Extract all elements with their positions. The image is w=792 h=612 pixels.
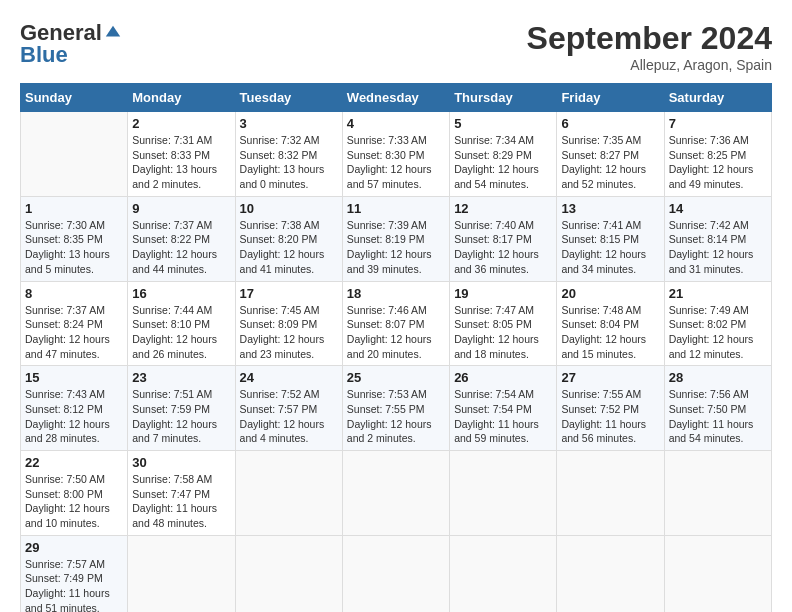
day-info: Sunrise: 7:46 AM Sunset: 8:07 PM Dayligh…	[347, 303, 445, 362]
day-info: Sunrise: 7:39 AM Sunset: 8:19 PM Dayligh…	[347, 218, 445, 277]
day-info: Sunrise: 7:50 AM Sunset: 8:00 PM Dayligh…	[25, 472, 123, 531]
calendar-cell: 9Sunrise: 7:37 AM Sunset: 8:22 PM Daylig…	[128, 196, 235, 281]
day-info: Sunrise: 7:45 AM Sunset: 8:09 PM Dayligh…	[240, 303, 338, 362]
day-info: Sunrise: 7:49 AM Sunset: 8:02 PM Dayligh…	[669, 303, 767, 362]
day-info: Sunrise: 7:37 AM Sunset: 8:22 PM Dayligh…	[132, 218, 230, 277]
calendar-cell: 1Sunrise: 7:30 AM Sunset: 8:35 PM Daylig…	[21, 196, 128, 281]
weekday-header: Monday	[128, 84, 235, 112]
day-number: 8	[25, 286, 123, 301]
calendar-cell: 6Sunrise: 7:35 AM Sunset: 8:27 PM Daylig…	[557, 112, 664, 197]
calendar-cell: 13Sunrise: 7:41 AM Sunset: 8:15 PM Dayli…	[557, 196, 664, 281]
day-number: 7	[669, 116, 767, 131]
weekday-header: Thursday	[450, 84, 557, 112]
calendar-header-row: SundayMondayTuesdayWednesdayThursdayFrid…	[21, 84, 772, 112]
calendar-cell: 24Sunrise: 7:52 AM Sunset: 7:57 PM Dayli…	[235, 366, 342, 451]
day-number: 6	[561, 116, 659, 131]
day-number: 21	[669, 286, 767, 301]
day-info: Sunrise: 7:48 AM Sunset: 8:04 PM Dayligh…	[561, 303, 659, 362]
calendar-cell: 25Sunrise: 7:53 AM Sunset: 7:55 PM Dayli…	[342, 366, 449, 451]
day-info: Sunrise: 7:30 AM Sunset: 8:35 PM Dayligh…	[25, 218, 123, 277]
calendar-cell	[235, 451, 342, 536]
calendar-cell: 19Sunrise: 7:47 AM Sunset: 8:05 PM Dayli…	[450, 281, 557, 366]
day-number: 30	[132, 455, 230, 470]
day-info: Sunrise: 7:51 AM Sunset: 7:59 PM Dayligh…	[132, 387, 230, 446]
calendar-cell	[21, 112, 128, 197]
day-info: Sunrise: 7:53 AM Sunset: 7:55 PM Dayligh…	[347, 387, 445, 446]
day-info: Sunrise: 7:31 AM Sunset: 8:33 PM Dayligh…	[132, 133, 230, 192]
day-number: 5	[454, 116, 552, 131]
day-info: Sunrise: 7:37 AM Sunset: 8:24 PM Dayligh…	[25, 303, 123, 362]
day-info: Sunrise: 7:36 AM Sunset: 8:25 PM Dayligh…	[669, 133, 767, 192]
svg-marker-0	[106, 26, 120, 37]
day-info: Sunrise: 7:54 AM Sunset: 7:54 PM Dayligh…	[454, 387, 552, 446]
calendar-cell: 12Sunrise: 7:40 AM Sunset: 8:17 PM Dayli…	[450, 196, 557, 281]
day-number: 27	[561, 370, 659, 385]
calendar-row: 8Sunrise: 7:37 AM Sunset: 8:24 PM Daylig…	[21, 281, 772, 366]
calendar-cell: 16Sunrise: 7:44 AM Sunset: 8:10 PM Dayli…	[128, 281, 235, 366]
calendar-cell	[450, 451, 557, 536]
day-info: Sunrise: 7:43 AM Sunset: 8:12 PM Dayligh…	[25, 387, 123, 446]
calendar-row: 1Sunrise: 7:30 AM Sunset: 8:35 PM Daylig…	[21, 196, 772, 281]
calendar-cell: 11Sunrise: 7:39 AM Sunset: 8:19 PM Dayli…	[342, 196, 449, 281]
day-number: 17	[240, 286, 338, 301]
day-number: 1	[25, 201, 123, 216]
calendar-cell	[557, 535, 664, 612]
page-header: General Blue September 2024 Allepuz, Ara…	[20, 20, 772, 73]
month-title: September 2024	[527, 20, 772, 57]
calendar-cell: 15Sunrise: 7:43 AM Sunset: 8:12 PM Dayli…	[21, 366, 128, 451]
calendar-row: 15Sunrise: 7:43 AM Sunset: 8:12 PM Dayli…	[21, 366, 772, 451]
day-number: 12	[454, 201, 552, 216]
calendar-row: 22Sunrise: 7:50 AM Sunset: 8:00 PM Dayli…	[21, 451, 772, 536]
day-number: 20	[561, 286, 659, 301]
day-info: Sunrise: 7:56 AM Sunset: 7:50 PM Dayligh…	[669, 387, 767, 446]
day-number: 28	[669, 370, 767, 385]
day-info: Sunrise: 7:40 AM Sunset: 8:17 PM Dayligh…	[454, 218, 552, 277]
day-info: Sunrise: 7:52 AM Sunset: 7:57 PM Dayligh…	[240, 387, 338, 446]
calendar-cell: 5Sunrise: 7:34 AM Sunset: 8:29 PM Daylig…	[450, 112, 557, 197]
day-number: 22	[25, 455, 123, 470]
calendar-cell: 10Sunrise: 7:38 AM Sunset: 8:20 PM Dayli…	[235, 196, 342, 281]
day-info: Sunrise: 7:44 AM Sunset: 8:10 PM Dayligh…	[132, 303, 230, 362]
calendar-cell	[664, 451, 771, 536]
calendar-cell: 14Sunrise: 7:42 AM Sunset: 8:14 PM Dayli…	[664, 196, 771, 281]
day-info: Sunrise: 7:35 AM Sunset: 8:27 PM Dayligh…	[561, 133, 659, 192]
weekday-header: Friday	[557, 84, 664, 112]
weekday-header: Saturday	[664, 84, 771, 112]
day-number: 2	[132, 116, 230, 131]
day-info: Sunrise: 7:41 AM Sunset: 8:15 PM Dayligh…	[561, 218, 659, 277]
weekday-header: Tuesday	[235, 84, 342, 112]
day-number: 24	[240, 370, 338, 385]
calendar-row: 29Sunrise: 7:57 AM Sunset: 7:49 PM Dayli…	[21, 535, 772, 612]
calendar-cell: 3Sunrise: 7:32 AM Sunset: 8:32 PM Daylig…	[235, 112, 342, 197]
calendar-cell	[664, 535, 771, 612]
day-number: 18	[347, 286, 445, 301]
calendar-cell	[235, 535, 342, 612]
calendar-cell	[342, 451, 449, 536]
calendar-cell: 23Sunrise: 7:51 AM Sunset: 7:59 PM Dayli…	[128, 366, 235, 451]
day-info: Sunrise: 7:38 AM Sunset: 8:20 PM Dayligh…	[240, 218, 338, 277]
calendar-cell: 28Sunrise: 7:56 AM Sunset: 7:50 PM Dayli…	[664, 366, 771, 451]
day-number: 14	[669, 201, 767, 216]
calendar-cell	[557, 451, 664, 536]
day-number: 11	[347, 201, 445, 216]
day-number: 10	[240, 201, 338, 216]
calendar-cell: 17Sunrise: 7:45 AM Sunset: 8:09 PM Dayli…	[235, 281, 342, 366]
calendar-cell: 27Sunrise: 7:55 AM Sunset: 7:52 PM Dayli…	[557, 366, 664, 451]
day-number: 26	[454, 370, 552, 385]
day-info: Sunrise: 7:34 AM Sunset: 8:29 PM Dayligh…	[454, 133, 552, 192]
calendar-cell: 4Sunrise: 7:33 AM Sunset: 8:30 PM Daylig…	[342, 112, 449, 197]
day-number: 29	[25, 540, 123, 555]
day-number: 25	[347, 370, 445, 385]
calendar-cell: 18Sunrise: 7:46 AM Sunset: 8:07 PM Dayli…	[342, 281, 449, 366]
weekday-header: Sunday	[21, 84, 128, 112]
calendar-row: 2Sunrise: 7:31 AM Sunset: 8:33 PM Daylig…	[21, 112, 772, 197]
day-number: 15	[25, 370, 123, 385]
day-number: 3	[240, 116, 338, 131]
calendar-cell: 22Sunrise: 7:50 AM Sunset: 8:00 PM Dayli…	[21, 451, 128, 536]
day-info: Sunrise: 7:55 AM Sunset: 7:52 PM Dayligh…	[561, 387, 659, 446]
calendar-cell: 29Sunrise: 7:57 AM Sunset: 7:49 PM Dayli…	[21, 535, 128, 612]
day-number: 19	[454, 286, 552, 301]
day-number: 9	[132, 201, 230, 216]
weekday-header: Wednesday	[342, 84, 449, 112]
day-number: 4	[347, 116, 445, 131]
